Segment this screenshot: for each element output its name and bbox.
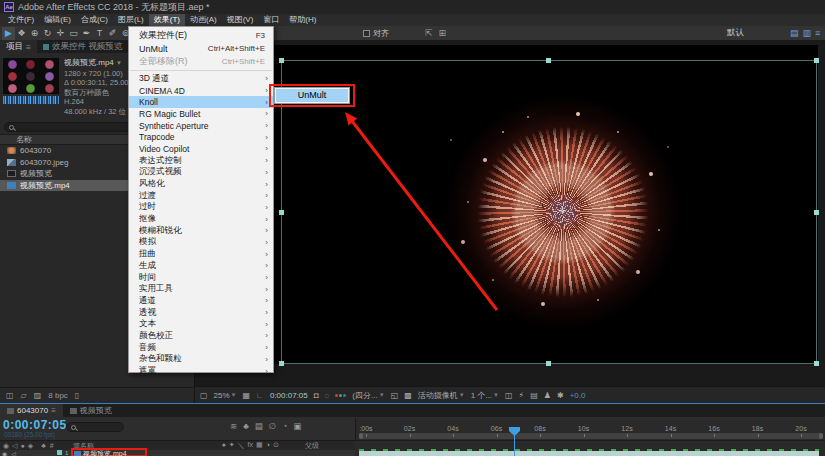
grid-guides-icon[interactable]: ▦ — [243, 391, 251, 400]
text-tool[interactable]: T — [93, 27, 106, 40]
bbox-handle[interactable] — [814, 58, 819, 63]
time-ruler[interactable]: :00s02s04s06s08s10s12s14s16s18s20s — [355, 418, 825, 440]
bbox-handle[interactable] — [814, 361, 819, 366]
quality-switch-icon[interactable]: ＼ — [238, 441, 245, 451]
snap-checkbox[interactable] — [363, 30, 370, 37]
menu-category-item[interactable]: 时间› — [129, 272, 273, 284]
menubar-item[interactable]: 帮助(H) — [284, 14, 321, 26]
menu-category-item[interactable]: Video Copilot› — [129, 143, 273, 155]
menubar-item[interactable]: 视图(V) — [222, 14, 259, 26]
bbox-handle[interactable] — [279, 210, 284, 215]
snap-control[interactable]: 对齐 — [363, 28, 389, 39]
effect-switch-icon[interactable]: fx — [248, 441, 253, 451]
menu-category-item[interactable]: 3D 通道› — [129, 73, 273, 85]
snap-option-icon[interactable]: ⇱ — [425, 28, 433, 38]
region-of-interest-icon[interactable]: ◱ — [391, 391, 399, 400]
workspace-label[interactable]: 默认 — [727, 27, 744, 39]
menu-category-item[interactable]: 过渡› — [129, 190, 273, 202]
speaker-icon[interactable]: ◁ — [11, 450, 16, 456]
menubar-item[interactable]: 窗口 — [258, 14, 284, 26]
zoom-tool[interactable]: ⊕ — [28, 27, 41, 40]
show-snapshot-icon[interactable]: ◌ — [325, 391, 330, 400]
show-channels-icon[interactable] — [335, 394, 346, 397]
menubar-item[interactable]: 图层(L) — [113, 14, 149, 26]
menubar-item[interactable]: 动画(A) — [185, 14, 222, 26]
pan-behind-tool[interactable]: ✛ — [54, 27, 67, 40]
menu-category-item[interactable]: 实用工具› — [129, 283, 273, 295]
fast-previews-icon[interactable]: ⚡ — [519, 391, 525, 400]
draft-3d-icon[interactable]: ♣ — [243, 421, 249, 431]
menu-category-item[interactable]: 过时› — [129, 202, 273, 214]
frame-blending-icon[interactable]: ∅ — [269, 421, 276, 431]
mask-shape-tool[interactable]: ▭ — [67, 27, 80, 40]
delete-icon[interactable]: ▯ — [75, 391, 79, 400]
resolution-select[interactable]: (四分...▼ — [352, 390, 384, 401]
hand-tool[interactable]: ❖ — [15, 27, 28, 40]
view-layout-select[interactable]: 1 个...▼ — [471, 390, 499, 401]
bbox-handle[interactable] — [814, 210, 819, 215]
orbit-camera-tool[interactable]: ↻ — [41, 27, 54, 40]
menubar-item[interactable]: 文件(F) — [3, 14, 39, 26]
frame-blend-switch-icon[interactable]: ▦ — [256, 441, 263, 451]
pen-tool[interactable]: ✒ — [80, 27, 93, 40]
layer-name[interactable]: 视频预览.mp4 — [74, 449, 127, 456]
layer-label-chip[interactable] — [57, 450, 62, 455]
adjustment-switch-icon[interactable]: ⊙ — [273, 441, 279, 451]
flowchart-icon[interactable]: ♟ — [544, 391, 551, 400]
menu-category-item[interactable]: 抠像› — [129, 213, 273, 225]
motion-blur-switch-icon[interactable]: ◑ — [266, 441, 270, 451]
menu-category-item[interactable]: 沉浸式视频› — [129, 167, 273, 179]
snap-feature-icon[interactable]: ⊞ — [439, 28, 447, 38]
composition-mini-flowchart-icon[interactable]: ≋ — [230, 421, 237, 431]
menubar-item[interactable]: 效果(T) — [149, 14, 185, 26]
work-area-bar[interactable] — [359, 433, 823, 439]
menu-category-item[interactable]: 模拟› — [129, 237, 273, 249]
collapse-switch-icon[interactable]: ✦ — [229, 441, 235, 451]
menu-category-item[interactable]: 音频› — [129, 342, 273, 354]
solo-icon[interactable]: ● — [21, 442, 25, 450]
parent-column[interactable]: 父级 — [305, 441, 319, 451]
new-folder-icon[interactable]: ▱ — [21, 391, 27, 400]
workspace-menu-icon[interactable]: ≡ — [815, 28, 820, 38]
bbox-handle[interactable] — [546, 58, 551, 63]
exposure-gear-icon[interactable]: ✱ — [557, 391, 564, 400]
layer-row[interactable]: ◉◁ 1 — [0, 450, 355, 456]
bbox-handle[interactable] — [279, 361, 284, 366]
timeline-tab-active[interactable]: 6043070 ≡ — [0, 404, 63, 417]
timeline-button-icon[interactable]: ▤ — [530, 391, 538, 400]
menu-category-item[interactable]: Knoll› — [129, 96, 273, 108]
zoom-level[interactable]: 25%▼ — [214, 391, 237, 400]
menu-category-item[interactable]: 遮罩› — [129, 365, 273, 377]
graph-editor-icon[interactable]: ▣ — [293, 421, 301, 431]
timeline-tab-inactive[interactable]: 视频预览 — [63, 404, 119, 417]
menu-category-item[interactable]: 生成› — [129, 260, 273, 272]
pixel-aspect-icon[interactable]: ◫ — [505, 391, 513, 400]
layer-anchor-point[interactable]: ✛ — [557, 206, 568, 217]
shy-switch-icon[interactable]: ♠ — [222, 441, 226, 451]
search-input[interactable] — [4, 122, 134, 132]
menu-category-item[interactable]: 扭曲› — [129, 248, 273, 260]
menu-category-item[interactable]: RG Magic Bullet› — [129, 108, 273, 120]
snapshot-icon[interactable]: ◘ — [314, 391, 319, 400]
workspace-layout-icon[interactable]: ▤ — [790, 28, 799, 38]
interpret-footage-icon[interactable]: ◫ — [6, 391, 14, 400]
selection-tool[interactable]: ▶ — [2, 27, 15, 40]
menubar-item[interactable]: 编辑(E) — [39, 14, 76, 26]
panel-menu-icon[interactable]: ≡ — [26, 42, 31, 52]
menu-category-item[interactable]: 文本› — [129, 318, 273, 330]
hide-shy-layers-icon[interactable]: ▤ — [255, 421, 263, 431]
brush-tool[interactable]: ✐ — [106, 27, 119, 40]
menu-item-e[interactable]: 效果控件(E)F3 — [129, 29, 273, 42]
tab-effect-controls[interactable]: 效果控件 视频预览 — [37, 40, 128, 53]
motion-blur-icon[interactable]: ◔ — [282, 421, 287, 431]
menu-category-item[interactable]: 通道› — [129, 295, 273, 307]
menu-category-item[interactable]: 杂色和颗粒› — [129, 354, 273, 366]
eye-icon[interactable]: ◉ — [2, 450, 7, 456]
layer-duration-bar[interactable] — [359, 451, 819, 456]
camera-select[interactable]: 活动摄像机▼ — [418, 390, 465, 401]
menu-category-item[interactable]: Synthetic Aperture› — [129, 120, 273, 132]
panel-menu-icon[interactable]: ≡ — [51, 406, 56, 415]
project-bit-depth[interactable]: 8 bpc — [48, 391, 68, 400]
transparency-grid-icon[interactable]: ▩ — [404, 391, 412, 400]
workspace-layout-icon[interactable]: ▥ — [803, 28, 812, 38]
